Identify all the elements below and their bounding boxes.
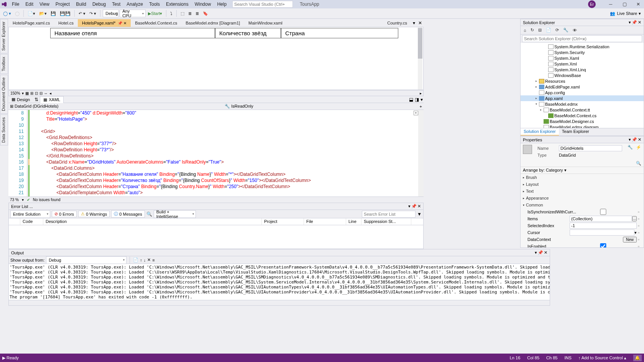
tree-item[interactable]: ▸AddEditPage.xaml xyxy=(521,84,644,90)
menu-debug[interactable]: Debug xyxy=(90,1,108,8)
tab-overflow-icon[interactable]: ▾ xyxy=(411,20,417,26)
side-tab-server-explorer[interactable]: Server Explorer xyxy=(0,19,8,53)
new-project-button[interactable]: 📄▾ xyxy=(26,10,37,17)
close-panel-icon[interactable]: ✕ xyxy=(417,204,421,209)
menu-project[interactable]: Project xyxy=(53,1,72,8)
uncomment-icon[interactable]: ≣ xyxy=(194,10,200,17)
undo-button[interactable]: ↶ ▾ xyxy=(77,10,87,17)
output-hscroll[interactable] xyxy=(9,300,550,305)
tree-item[interactable]: BaseModel.edmx.diagram xyxy=(521,124,644,128)
zoom-level[interactable]: 150% xyxy=(10,91,20,95)
panel-menu-icon[interactable]: ▾ xyxy=(408,204,411,209)
collapse-pane-icon[interactable]: ▾ xyxy=(420,97,424,102)
tree-item[interactable]: System.Xml.Linq xyxy=(521,67,644,72)
scroll-right-icon[interactable]: ▸ xyxy=(420,91,422,95)
split-vertical-icon[interactable]: ◨ xyxy=(414,97,420,102)
warnings-filter[interactable]: ⚠ 0 Warnings xyxy=(78,211,110,217)
tree-item[interactable]: ▸Resources xyxy=(521,78,644,84)
show-all-icon[interactable]: 📄 xyxy=(544,27,553,33)
tree-item[interactable]: System.Xml xyxy=(521,61,644,67)
step-icon[interactable]: ⤵ xyxy=(169,10,174,16)
panel-menu-icon[interactable]: ▾ xyxy=(629,137,631,142)
prop-combo[interactable] xyxy=(570,229,634,236)
menu-window[interactable]: Window xyxy=(192,1,214,8)
designer-vscroll[interactable] xyxy=(418,27,422,90)
error-column-header[interactable] xyxy=(9,218,20,225)
comment-icon[interactable]: ≣ xyxy=(187,10,193,17)
user-avatar[interactable]: Er xyxy=(588,0,596,8)
snap-icon[interactable]: ⊡ xyxy=(35,91,38,95)
pin-icon[interactable]: 📌 xyxy=(632,20,637,25)
properties-icon[interactable]: 🔧 xyxy=(562,27,570,33)
tree-item[interactable]: WindowsBase xyxy=(521,72,644,78)
error-column-header[interactable]: Line xyxy=(346,218,361,225)
search-properties-icon[interactable]: 🔍 xyxy=(636,161,641,165)
home-icon[interactable]: ⌂ xyxy=(522,27,528,33)
refresh-icon[interactable]: ⟳ xyxy=(554,27,560,33)
doc-tab[interactable]: BaseModel.edmx [Diagram1] xyxy=(181,19,244,27)
side-tab-data-sources[interactable]: Data Sources xyxy=(0,115,8,146)
prop-checkbox[interactable] xyxy=(570,209,637,215)
breadcrumb-element[interactable]: ⊞ DataGrid (DGridHotels) xyxy=(10,104,58,109)
prop-value[interactable] xyxy=(570,216,632,222)
messages-filter[interactable]: ⓘ 0 Messages xyxy=(111,210,145,218)
error-scope-dropdown[interactable]: Entire Solution xyxy=(10,210,50,218)
find-msg-icon[interactable]: 📄 xyxy=(133,257,138,262)
close-tab-icon[interactable]: 📌 ✕ xyxy=(118,21,127,25)
pin-icon[interactable]: 📌 xyxy=(632,137,637,142)
notifications-icon[interactable]: 🔔 xyxy=(633,355,642,361)
close-button[interactable]: ✕ xyxy=(632,0,644,8)
doc-tab[interactable]: MainWindow.xaml xyxy=(244,19,287,27)
menu-extensions[interactable]: Extensions xyxy=(163,1,191,8)
wrench-icon[interactable]: 🔧 xyxy=(628,145,633,150)
scroll-left-icon[interactable]: ◂ xyxy=(49,91,51,95)
clear-output-icon[interactable]: ✕ xyxy=(147,257,151,262)
error-column-header[interactable]: File xyxy=(304,218,346,225)
doc-tab[interactable]: Hotel.cs xyxy=(54,19,78,27)
tree-item[interactable]: App.config xyxy=(521,90,644,95)
output-source-dropdown[interactable]: Debug xyxy=(46,256,127,264)
prop-category[interactable]: Brush xyxy=(521,174,644,181)
xaml-tab[interactable]: ▦ XAML xyxy=(40,96,64,103)
editor-vscroll[interactable] xyxy=(418,110,424,197)
find-icon[interactable]: ⬚ xyxy=(179,10,186,17)
solution-platform-dropdown[interactable]: Any CPU xyxy=(120,10,146,17)
menu-analyze[interactable]: Analyze xyxy=(124,1,146,8)
solution-search-input[interactable] xyxy=(522,35,642,42)
prop-checkbox[interactable] xyxy=(570,243,637,247)
zoom-pct[interactable]: 73 % xyxy=(10,198,19,202)
error-column-header[interactable]: Suppression St... xyxy=(361,218,411,225)
clear-filter-icon[interactable]: 🔍 xyxy=(146,211,152,217)
error-column-header[interactable]: Description xyxy=(43,218,262,225)
start-button[interactable]: ▶ Start ▾ xyxy=(146,10,164,17)
word-wrap-icon[interactable]: ≡ xyxy=(152,258,154,262)
close-panel-icon[interactable]: ✕ xyxy=(544,250,547,255)
prop-category[interactable]: Appearance xyxy=(521,195,644,201)
tree-item[interactable]: BaseModel.Context.cs xyxy=(521,113,644,118)
menu-build[interactable]: Build xyxy=(73,1,89,8)
doc-tab[interactable]: BaseModel.Context.cs xyxy=(131,19,181,27)
doc-tab[interactable]: HotelsPage.xaml* 📌 ✕ xyxy=(78,19,131,27)
add-handler-icon[interactable]: + xyxy=(420,104,422,109)
prop-category[interactable]: Text xyxy=(521,188,644,195)
preview-tab[interactable]: Country.cs xyxy=(383,19,411,27)
events-icon[interactable]: ⚡ xyxy=(636,145,641,150)
pin-icon[interactable]: 📌 xyxy=(411,204,417,209)
output-text[interactable]: 'ToursApp.exe' (CLR v4.0.30319: ToursApp… xyxy=(9,264,550,300)
swap-panes-icon[interactable]: ⇅ xyxy=(33,97,40,102)
tree-item[interactable]: System.Security xyxy=(521,49,644,55)
pin-icon[interactable]: 📌 xyxy=(538,250,543,255)
menu-view[interactable]: View xyxy=(37,1,52,8)
code-editor[interactable]: 89101112131415161718192021222324 d:Desig… xyxy=(8,110,424,197)
panel-menu-icon[interactable]: ▾ xyxy=(535,250,537,255)
design-tab[interactable]: ▦ Design xyxy=(8,96,33,103)
quick-launch[interactable] xyxy=(232,1,293,8)
collapse-all-icon[interactable]: ⊟ xyxy=(537,27,543,33)
side-tab-document-outline[interactable]: Document Outline xyxy=(0,75,8,114)
solution-config-dropdown[interactable]: Debug xyxy=(103,10,119,17)
grid-icon[interactable]: ⊞ xyxy=(30,91,33,95)
doc-tab[interactable]: HotelsPage.xaml.cs xyxy=(8,19,54,27)
tree-item[interactable]: ▸App.xaml xyxy=(521,95,644,101)
menu-help[interactable]: Help xyxy=(214,1,229,8)
tree-item[interactable]: ▾BaseModel.edmx xyxy=(521,101,644,107)
